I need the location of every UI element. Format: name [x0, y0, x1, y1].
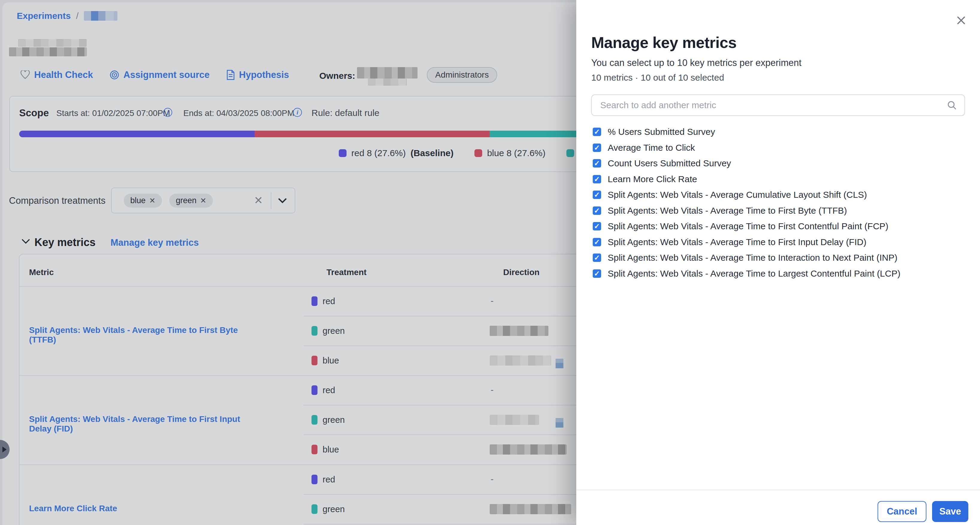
- metric-checkbox-row[interactable]: ✓Split Agents: Web Vitals - Average Time…: [593, 219, 888, 234]
- checkbox-checked-icon[interactable]: ✓: [593, 128, 601, 136]
- metric-checkbox-row[interactable]: ✓Learn More Click Rate: [593, 171, 697, 187]
- metric-checkbox-label: Learn More Click Rate: [608, 174, 697, 184]
- panel-subtitle: You can select up to 10 key metrics per …: [591, 57, 802, 68]
- save-button[interactable]: Save: [932, 501, 968, 522]
- checkbox-checked-icon[interactable]: ✓: [593, 191, 601, 199]
- metric-checkbox-row[interactable]: ✓Split Agents: Web Vitals - Average Time…: [593, 235, 867, 250]
- metric-checkbox-label: Split Agents: Web Vitals - Average Time …: [608, 253, 897, 263]
- metric-checkbox-label: Split Agents: Web Vitals - Average Time …: [608, 221, 888, 231]
- metric-checkbox-label: Count Users Submitted Survey: [608, 158, 731, 168]
- panel-selected-count: 10 metrics · 10 out of 10 selected: [591, 72, 724, 83]
- metric-checkbox-row[interactable]: ✓Split Agents: Web Vitals - Average Time…: [593, 266, 900, 281]
- cancel-button[interactable]: Cancel: [878, 501, 926, 522]
- checkbox-checked-icon[interactable]: ✓: [593, 222, 601, 230]
- metric-checkbox-row[interactable]: ✓Average Time to Click: [593, 140, 695, 156]
- screen: Experiments / Health Check Assignment so…: [0, 0, 980, 525]
- metric-checkbox-label: Split Agents: Web Vitals - Average Cumul…: [608, 190, 867, 200]
- metric-search-input[interactable]: [591, 94, 965, 116]
- panel-title: Manage key metrics: [591, 34, 737, 51]
- metric-checkbox-label: Split Agents: Web Vitals - Average Time …: [608, 268, 900, 279]
- search-icon[interactable]: [947, 100, 957, 110]
- checkbox-checked-icon[interactable]: ✓: [593, 238, 601, 246]
- checkbox-checked-icon[interactable]: ✓: [593, 254, 601, 262]
- panel-footer-divider: [576, 490, 980, 490]
- checkbox-checked-icon[interactable]: ✓: [593, 175, 601, 184]
- metric-checkbox-row[interactable]: ✓% Users Submitted Survey: [593, 124, 715, 140]
- checkbox-checked-icon[interactable]: ✓: [593, 144, 601, 152]
- metric-checkbox-label: % Users Submitted Survey: [608, 127, 715, 137]
- metric-checkbox-label: Average Time to Click: [608, 143, 695, 153]
- metric-checkbox-row[interactable]: ✓Split Agents: Web Vitals - Average Time…: [593, 203, 847, 219]
- checkbox-checked-icon[interactable]: ✓: [593, 270, 601, 278]
- metric-checkbox-label: Split Agents: Web Vitals - Average Time …: [608, 206, 847, 216]
- metric-checkbox-row[interactable]: ✓Count Users Submitted Survey: [593, 156, 731, 171]
- checkbox-checked-icon[interactable]: ✓: [593, 206, 601, 215]
- close-icon[interactable]: [956, 15, 967, 26]
- metric-checkbox-row[interactable]: ✓Split Agents: Web Vitals - Average Time…: [593, 250, 897, 265]
- metric-checkbox-row[interactable]: ✓Split Agents: Web Vitals - Average Cumu…: [593, 187, 867, 203]
- checkbox-checked-icon[interactable]: ✓: [593, 159, 601, 168]
- metric-checkbox-label: Split Agents: Web Vitals - Average Time …: [608, 237, 867, 247]
